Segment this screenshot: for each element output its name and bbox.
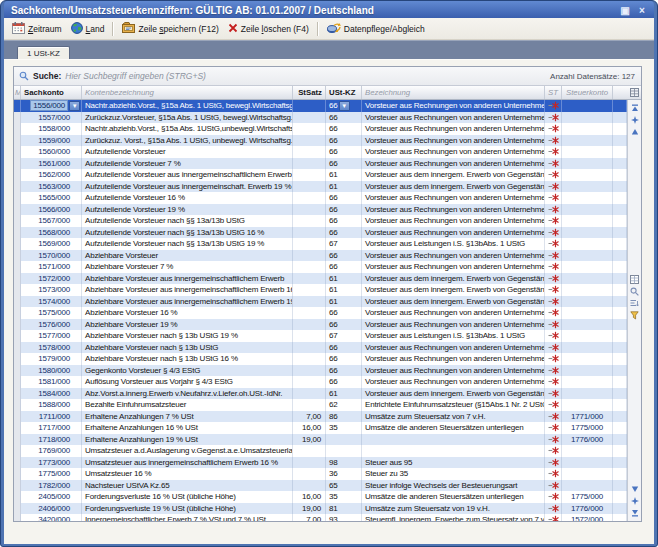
- cell-st[interactable]: [545, 158, 562, 170]
- table-row[interactable]: 1570/000Abziehbare Vorsteuer66Vorsteuer …: [14, 250, 627, 262]
- cell-row-selector[interactable]: [14, 365, 21, 377]
- cell-sachkonto[interactable]: 1718/000: [21, 434, 82, 446]
- table-row[interactable]: 1561/000Aufzuteilende Vorsteuer 7 %66Vor…: [14, 158, 627, 170]
- cell-stsatz[interactable]: [293, 227, 326, 239]
- cell-st[interactable]: [545, 204, 562, 216]
- cell-st[interactable]: [545, 399, 562, 411]
- cell-bezeichnung[interactable]: Vorsteuer aus dem innergem. Erwerb von G…: [362, 273, 545, 285]
- cell-bezeichnung[interactable]: Vorsteuer aus Rechnungen von anderen Unt…: [362, 376, 545, 388]
- cell-kontenbezeichnung[interactable]: Abziehbare Vorsteuer: [82, 250, 293, 262]
- cell-row-selector[interactable]: [14, 468, 21, 480]
- cell-stsatz[interactable]: [293, 445, 326, 457]
- cell-row-selector[interactable]: [14, 227, 21, 239]
- cell-steuerkonto[interactable]: [562, 192, 613, 204]
- cell-st[interactable]: [545, 365, 562, 377]
- cell-kontenbezeichnung[interactable]: Umsatzsteuer a.d.Auslagerung v.Gegenst.a…: [82, 445, 293, 457]
- cell-bezeichnung[interactable]: Steuer aus 95: [362, 457, 545, 469]
- cell-row-selector[interactable]: [14, 353, 21, 365]
- cell-sachkonto[interactable]: 1571/000: [21, 261, 82, 273]
- cell-row-selector[interactable]: [14, 123, 21, 135]
- table-row[interactable]: 1569/000Aufzuteilende Vorsteuer nach §§ …: [14, 238, 627, 250]
- cell-ustkz[interactable]: 66: [326, 353, 362, 365]
- cell-row-selector[interactable]: [14, 307, 21, 319]
- cell-kontenbezeichnung[interactable]: Nachsteuer UStVA Kz.65: [82, 480, 293, 492]
- cell-stsatz[interactable]: [293, 353, 326, 365]
- cell-sachkonto[interactable]: 1584/000: [21, 388, 82, 400]
- cell-sachkonto[interactable]: 1575/000: [21, 307, 82, 319]
- cell-stsatz[interactable]: [293, 100, 326, 112]
- cell-sachkonto[interactable]: 1588/000: [21, 399, 82, 411]
- cell-bezeichnung[interactable]: Umsätze zum Steuersatz von 7 v.H.: [362, 411, 545, 423]
- column-header-ustkz[interactable]: USt-KZ: [326, 86, 362, 99]
- cell-stsatz[interactable]: 7,00: [293, 514, 326, 521]
- cell-bezeichnung[interactable]: Vorsteuer aus dem innergem. Erwerb von G…: [362, 169, 545, 181]
- cell-stsatz[interactable]: [293, 181, 326, 193]
- cell-ustkz[interactable]: 66: [326, 319, 362, 331]
- cell-stsatz[interactable]: [293, 158, 326, 170]
- cell-sachkonto[interactable]: 1576/000: [21, 319, 82, 331]
- cell-ustkz[interactable]: 66: [326, 261, 362, 273]
- cell-steuerkonto[interactable]: [562, 445, 613, 457]
- cell-sachkonto[interactable]: 1569/000: [21, 238, 82, 250]
- cell-st[interactable]: [545, 250, 562, 262]
- cell-bezeichnung[interactable]: Entrichtete Einfuhrumsatzsteuer (§15Abs.…: [362, 399, 545, 411]
- cell-stsatz[interactable]: [293, 250, 326, 262]
- cell-kontenbezeichnung[interactable]: Aufzuteilende Vorsteuer nach §§ 13a/13b …: [82, 215, 293, 227]
- cell-stsatz[interactable]: [293, 342, 326, 354]
- cell-kontenbezeichnung[interactable]: Aufzuteilende Vorsteuer 16 %: [82, 192, 293, 204]
- table-view-icon[interactable]: [629, 275, 640, 285]
- table-row[interactable]: 1559/000Zurückzuz. Vorst., §15a Abs. 1 U…: [14, 135, 627, 147]
- cell-kontenbezeichnung[interactable]: Auflösung Vorsteuer aus Vorjahr § 4/3 ES…: [82, 376, 293, 388]
- cell-sachkonto[interactable]: 1573/000: [21, 284, 82, 296]
- cell-ustkz[interactable]: 62: [326, 399, 362, 411]
- cell-sachkonto[interactable]: 1579/000: [21, 353, 82, 365]
- table-row[interactable]: 1577/000Abziehbare Vorsteuer nach § 13b …: [14, 330, 627, 342]
- cell-stsatz[interactable]: 16,00: [293, 422, 326, 434]
- cell-row-selector[interactable]: [14, 457, 21, 469]
- cell-sachkonto[interactable]: 1580/000: [21, 365, 82, 377]
- cell-kontenbezeichnung[interactable]: Abziehbare Vorsteuer nach § 13b UStG: [82, 342, 293, 354]
- cell-ustkz[interactable]: 61: [326, 388, 362, 400]
- cell-st[interactable]: [545, 181, 562, 193]
- cell-st[interactable]: [545, 273, 562, 285]
- cell-st[interactable]: [545, 503, 562, 515]
- cell-steuerkonto[interactable]: [562, 296, 613, 308]
- cell-kontenbezeichnung[interactable]: Aufzuteilende Vorsteuer 19 %: [82, 204, 293, 216]
- cell-row-selector[interactable]: [14, 238, 21, 250]
- table-row[interactable]: 1571/000Abziehbare Vorsteuer 7 %66Vorste…: [14, 261, 627, 273]
- save-row-button[interactable]: Zeile speichern (F12): [118, 21, 222, 36]
- cell-steuerkonto[interactable]: [562, 158, 613, 170]
- cell-kontenbezeichnung[interactable]: Abziehbare Vorsteuer 7 %: [82, 261, 293, 273]
- cell-kontenbezeichnung[interactable]: Forderungsverluste 16 % USt (übliche Höh…: [82, 491, 293, 503]
- cell-bezeichnung[interactable]: Vorsteuer aus Rechnungen von anderen Unt…: [362, 319, 545, 331]
- cell-st[interactable]: [545, 480, 562, 492]
- cell-steuerkonto[interactable]: [562, 330, 613, 342]
- cell-steuerkonto[interactable]: 1775/000: [562, 491, 613, 503]
- cell-kontenbezeichnung[interactable]: Erhaltene Anzahlungen 19 % USt: [82, 434, 293, 446]
- cell-stsatz[interactable]: [293, 376, 326, 388]
- cell-ustkz[interactable]: 66: [326, 135, 362, 147]
- cell-ustkz[interactable]: 61: [326, 296, 362, 308]
- cell-bezeichnung[interactable]: Vorsteuer aus Leistungen i.S. §13bAbs. 1…: [362, 238, 545, 250]
- cell-stsatz[interactable]: 19,00: [293, 503, 326, 515]
- cell-steuerkonto[interactable]: [562, 204, 613, 216]
- dropdown-arrow-icon[interactable]: ▼: [339, 101, 350, 111]
- cell-stsatz[interactable]: [293, 273, 326, 285]
- table-row[interactable]: 2406/000Forderungsverluste 19 % USt (übl…: [14, 503, 627, 515]
- cell-row-selector[interactable]: [14, 100, 21, 112]
- cell-bezeichnung[interactable]: Vorsteuer aus Rechnungen von anderen Unt…: [362, 192, 545, 204]
- cell-st[interactable]: [545, 192, 562, 204]
- table-row[interactable]: 1566/000Aufzuteilende Vorsteuer 19 %66Vo…: [14, 204, 627, 216]
- cell-stsatz[interactable]: [293, 215, 326, 227]
- cell-kontenbezeichnung[interactable]: Umsatzsteuer aus innergemeinschaftlichem…: [82, 457, 293, 469]
- cell-steuerkonto[interactable]: [562, 146, 613, 158]
- cell-bezeichnung[interactable]: Vorsteuer aus Rechnungen von anderen Unt…: [362, 158, 545, 170]
- cell-stsatz[interactable]: [293, 169, 326, 181]
- cell-kontenbezeichnung[interactable]: Aufzuteilende Vorsteuer aus innergemeins…: [82, 181, 293, 193]
- cell-steuerkonto[interactable]: [562, 123, 613, 135]
- cell-bezeichnung[interactable]: Steuer infolge Wechsels der Besteuerungs…: [362, 480, 545, 492]
- cell-steuerkonto[interactable]: [562, 238, 613, 250]
- cell-row-selector[interactable]: [14, 284, 21, 296]
- cell-kontenbezeichnung[interactable]: Abziehbare Vorsteuer nach § 13b UStG 16 …: [82, 353, 293, 365]
- cell-kontenbezeichnung[interactable]: Erhaltene Anzahlungen 7 % USt: [82, 411, 293, 423]
